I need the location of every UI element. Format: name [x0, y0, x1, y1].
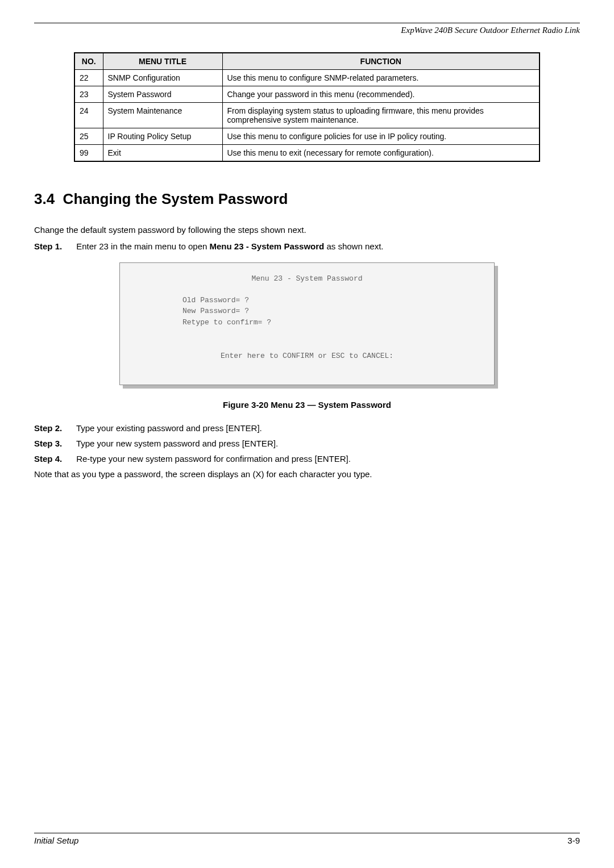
footer: Initial Setup 3-9: [34, 833, 580, 845]
step-1: Step 1. Enter 23 in the main menu to ope…: [34, 241, 580, 251]
table-header-row: NO. MENU TITLE FUNCTION: [74, 53, 540, 70]
cell-func: Use this menu to exit (necessary for rem…: [222, 145, 540, 162]
header-divider: [34, 23, 580, 23]
menu-table: NO. MENU TITLE FUNCTION 22 SNMP Configur…: [74, 52, 540, 162]
terminal-line: Old Password= ?: [182, 295, 477, 306]
section-number: 3.4: [34, 190, 55, 207]
th-function: FUNCTION: [222, 53, 540, 70]
footer-divider: [34, 833, 580, 833]
step-1-bold: Menu 23 - System Password: [210, 241, 325, 251]
table-row: 23 System Password Change your password …: [74, 86, 540, 103]
step-3-text: Type your new system password and press …: [76, 439, 278, 448]
step-1-before: Enter 23 in the main menu to open: [76, 241, 209, 251]
cell-title: Exit: [103, 145, 222, 162]
cell-no: 99: [74, 145, 103, 162]
figure-caption: Figure 3-20 Menu 23 — System Password: [34, 400, 580, 410]
cell-func: From displaying system status to uploadi…: [222, 103, 540, 128]
step-4-text: Re-type your new system password for con…: [76, 454, 351, 464]
step-1-after: as shown next.: [324, 241, 383, 251]
table-row: 99 Exit Use this menu to exit (necessary…: [74, 145, 540, 162]
terminal-box: Menu 23 - System Password Old Password= …: [119, 262, 495, 385]
cell-no: 25: [74, 128, 103, 145]
th-menu-title: MENU TITLE: [103, 53, 222, 70]
cell-title: IP Routing Policy Setup: [103, 128, 222, 145]
cell-title: System Password: [103, 86, 222, 103]
step-2: Step 2. Type your existing password and …: [34, 423, 580, 433]
step-3: Step 3. Type your new system password an…: [34, 439, 580, 448]
step-3-label: Step 3.: [34, 439, 74, 448]
cell-func: Use this menu to configure policies for …: [222, 128, 540, 145]
cell-title: System Maintenance: [103, 103, 222, 128]
cell-no: 23: [74, 86, 103, 103]
terminal-line: Retype to confirm= ?: [182, 317, 477, 328]
note-text: Note that as you type a password, the sc…: [34, 469, 580, 479]
intro-text: Change the default system password by fo…: [34, 225, 580, 235]
step-2-text: Type your existing password and press [E…: [76, 423, 262, 433]
terminal-box-wrap: Menu 23 - System Password Old Password= …: [119, 262, 495, 385]
cell-no: 22: [74, 70, 103, 86]
footer-row: Initial Setup 3-9: [34, 836, 580, 845]
step-4-label: Step 4.: [34, 454, 74, 464]
table-row: 24 System Maintenance From displaying sy…: [74, 103, 540, 128]
section-heading: 3.4 Changing the System Password: [34, 190, 580, 208]
terminal-line: New Password= ?: [182, 306, 477, 317]
cell-no: 24: [74, 103, 103, 128]
th-no: NO.: [74, 53, 103, 70]
table-row: 22 SNMP Configuration Use this menu to c…: [74, 70, 540, 86]
terminal-body: Old Password= ? New Password= ? Retype t…: [182, 295, 477, 328]
terminal-title: Menu 23 - System Password: [137, 273, 477, 285]
cell-title: SNMP Configuration: [103, 70, 222, 86]
terminal-footer: Enter here to CONFIRM or ESC to CANCEL:: [137, 350, 477, 362]
cell-func: Change your password in this menu (recom…: [222, 86, 540, 103]
header-doc-title: ExpWave 240B Secure Outdoor Ethernet Rad…: [34, 26, 580, 35]
step-2-label: Step 2.: [34, 423, 74, 433]
footer-right: 3-9: [567, 836, 580, 845]
step-4: Step 4. Re-type your new system password…: [34, 454, 580, 464]
table-row: 25 IP Routing Policy Setup Use this menu…: [74, 128, 540, 145]
step-1-label: Step 1.: [34, 241, 74, 251]
cell-func: Use this menu to configure SNMP-related …: [222, 70, 540, 86]
section-title: Changing the System Password: [63, 190, 288, 207]
footer-left: Initial Setup: [34, 836, 78, 845]
